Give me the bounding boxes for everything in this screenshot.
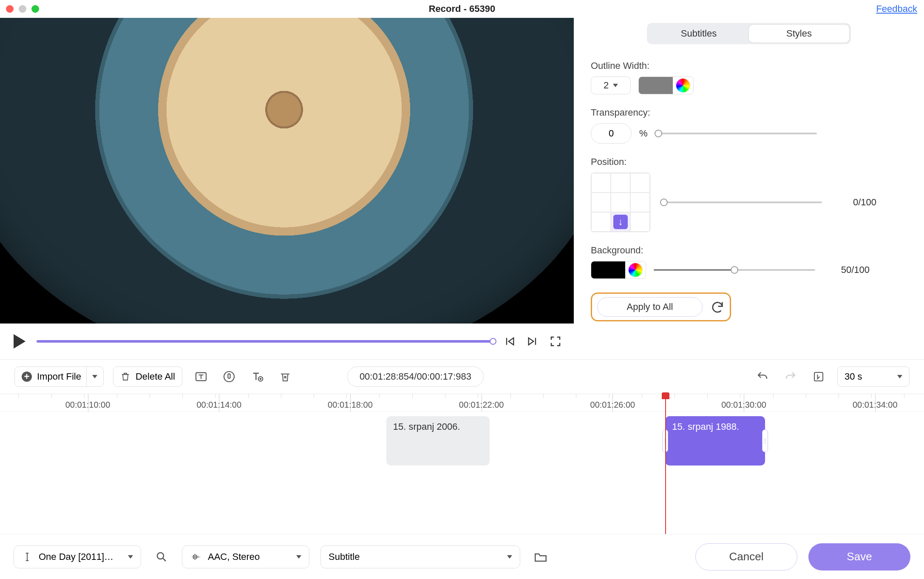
ruler-label: 00:01:26:00 [590, 400, 635, 410]
cancel-button[interactable]: Cancel [695, 543, 797, 570]
svg-rect-2 [228, 374, 230, 378]
save-button[interactable]: Save [808, 543, 910, 570]
pos-bc[interactable]: ↓ [611, 212, 630, 232]
ruler-label: 00:01:30:00 [721, 400, 766, 410]
chevron-down-icon [897, 375, 902, 378]
window-title: Record - 65390 [429, 3, 496, 14]
voice-input-button[interactable] [220, 367, 238, 386]
background-label: Background: [591, 245, 907, 256]
color-wheel-icon [675, 78, 691, 93]
add-subtitle-button[interactable] [192, 367, 210, 386]
transparency-slider[interactable] [655, 133, 817, 134]
open-folder-button[interactable] [531, 548, 550, 566]
position-label: Position: [591, 156, 907, 167]
audio-format-select[interactable]: AAC, Stereo [182, 545, 309, 568]
minimize-window-button[interactable] [19, 5, 26, 13]
background-color-picker[interactable] [591, 261, 646, 279]
transport-bar [0, 324, 574, 359]
svg-rect-4 [814, 372, 823, 381]
pos-ml[interactable] [591, 193, 611, 212]
pos-tr[interactable] [630, 173, 650, 193]
outline-width-select[interactable]: 2 [591, 77, 631, 94]
transparency-input[interactable] [591, 123, 632, 144]
pos-tc[interactable] [611, 173, 630, 193]
redo-button[interactable] [781, 367, 800, 386]
next-frame-button[interactable] [525, 334, 540, 349]
footer-bar: One Day [2011]… AAC, Stereo Subtitle Can… [0, 534, 924, 579]
timeline-tracks[interactable]: 15. srpanj 2006.15. srpanj 1988.⋮⋮ [0, 412, 924, 522]
close-window-button[interactable] [6, 5, 14, 13]
text-add-icon [250, 370, 264, 383]
preview-image [0, 18, 574, 324]
background-slider-thumb[interactable] [731, 266, 738, 274]
tab-styles[interactable]: Styles [749, 25, 849, 43]
outline-color-picker[interactable] [638, 77, 694, 94]
skip-back-icon [504, 335, 516, 347]
playhead[interactable] [665, 394, 666, 534]
background-readout: 50/100 [823, 264, 870, 275]
timecode-current: 00:01:28:854 [360, 371, 414, 382]
chevron-down-icon [507, 555, 512, 559]
background-slider[interactable] [654, 269, 815, 271]
maximize-window-button[interactable] [31, 5, 39, 13]
clip-text: 15. srpanj 1988. [672, 421, 739, 432]
chevron-down-icon [613, 84, 618, 87]
position-grid[interactable]: ↓ [591, 173, 650, 232]
snap-button[interactable] [809, 367, 828, 386]
clip-handle-right[interactable]: ⋮ [762, 429, 768, 452]
pos-mc[interactable] [611, 193, 630, 212]
timeline[interactable]: 00:01:10:0000:01:14:0000:01:18:0000:01:2… [0, 394, 924, 534]
zoom-select[interactable]: 30 s [837, 366, 910, 387]
subtitle-clip[interactable]: 15. srpanj 1988.⋮⋮ [665, 416, 765, 465]
position-slider-thumb[interactable] [660, 199, 668, 206]
insert-text-button[interactable] [248, 367, 266, 386]
timecode-display: 00:01:28:854 / 00:00:17:983 [347, 366, 484, 387]
delete-all-label: Delete All [136, 371, 175, 382]
pos-br[interactable] [630, 212, 650, 232]
prev-frame-button[interactable] [502, 334, 517, 349]
fullscreen-button[interactable] [548, 334, 563, 349]
pos-mr[interactable] [630, 193, 650, 212]
search-icon [155, 551, 168, 563]
play-icon [14, 334, 26, 349]
ruler-label: 00:01:22:00 [459, 400, 504, 410]
import-file-label: Import File [37, 371, 81, 382]
position-slider[interactable] [660, 202, 822, 203]
preview-pane [0, 18, 574, 359]
search-button[interactable] [152, 548, 171, 566]
svg-point-1 [224, 372, 234, 382]
pos-bl[interactable] [591, 212, 611, 232]
transparency-unit: % [639, 128, 648, 139]
background-color-swatch [591, 261, 625, 278]
timeline-ruler[interactable]: 00:01:10:0000:01:14:0000:01:18:0000:01:2… [0, 394, 924, 412]
video-preview[interactable] [0, 18, 574, 324]
tab-subtitles[interactable]: Subtitles [649, 25, 749, 43]
undo-button[interactable] [753, 367, 772, 386]
progress-thumb[interactable] [490, 338, 496, 345]
title-bar: Record - 65390 Feedback [0, 0, 924, 18]
redo-icon [784, 370, 797, 383]
chevron-down-icon [296, 555, 301, 559]
progress-slider[interactable] [37, 340, 494, 343]
background-slider-fill [654, 269, 734, 271]
pos-tl[interactable] [591, 173, 611, 193]
subtitle-clip[interactable]: 15. srpanj 2006. [386, 416, 490, 465]
video-file-select[interactable]: One Day [2011]… [14, 545, 141, 568]
apply-to-all-button[interactable]: Apply to All [597, 297, 703, 317]
import-file-button[interactable]: + Import File [14, 366, 104, 387]
track-type-select[interactable]: Subtitle [320, 545, 520, 568]
play-button[interactable] [11, 333, 28, 350]
plus-circle-icon: + [22, 372, 32, 382]
color-wheel-icon [628, 262, 643, 278]
panel-tabs: Subtitles Styles [647, 23, 851, 44]
transparency-slider-thumb[interactable] [655, 130, 662, 137]
position-readout: 0/100 [830, 197, 876, 208]
ruler-label: 00:01:18:00 [328, 400, 373, 410]
feedback-link[interactable]: Feedback [876, 3, 917, 14]
delete-subtitle-button[interactable] [276, 367, 295, 386]
window-controls [6, 5, 39, 13]
import-file-dropdown[interactable] [86, 367, 103, 386]
reset-button[interactable] [710, 300, 725, 314]
delete-all-button[interactable]: Delete All [113, 366, 182, 387]
snap-icon [812, 370, 825, 383]
